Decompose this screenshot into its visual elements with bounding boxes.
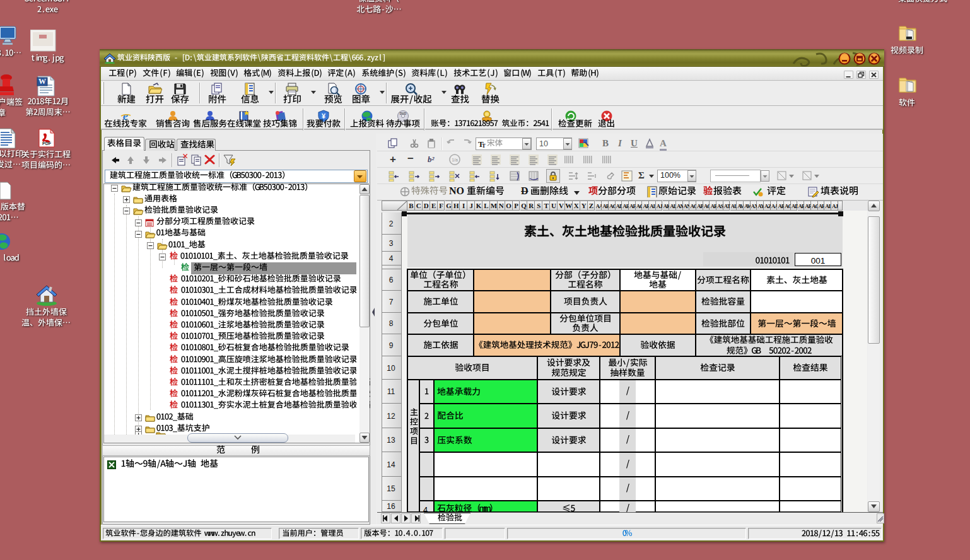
svg-text:W: W [38,77,46,86]
svg-text:1/a: 1/a [452,158,458,162]
svg-text:¥: ¥ [322,112,326,120]
svg-text:DVD: DVD [400,112,407,115]
svg-text:PDF: PDF [42,141,52,146]
svg-text:T: T [482,143,486,148]
